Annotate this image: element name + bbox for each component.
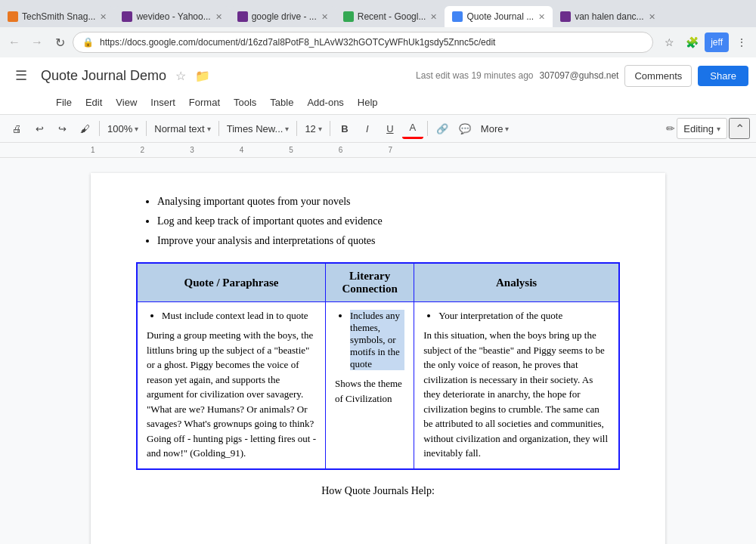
redo-button[interactable]: ↪: [51, 118, 73, 139]
toolbar-divider-4: [296, 121, 297, 136]
ruler-mark-3: 3: [190, 146, 194, 154]
menu-table[interactable]: Table: [264, 94, 299, 111]
tab-close-icon[interactable]: ✕: [538, 12, 545, 22]
cell-quote[interactable]: Must include context lead in to quote Du…: [137, 302, 326, 469]
tab-label: TechSmith Snag...: [22, 11, 95, 22]
style-value: Normal text: [154, 123, 204, 134]
tab-close-icon[interactable]: ✕: [215, 12, 222, 22]
italic-button[interactable]: I: [357, 118, 378, 139]
menu-insert[interactable]: Insert: [144, 94, 181, 111]
fontsize-select[interactable]: 12 ▾: [301, 118, 325, 139]
col-header-3: Analysis: [414, 263, 619, 302]
text-color-button[interactable]: A: [402, 118, 423, 139]
pencil-icon: ✏: [666, 122, 675, 134]
bookmark-icon[interactable]: ☆: [659, 32, 679, 52]
zoom-select[interactable]: 100% ▾: [104, 118, 142, 139]
user-chip[interactable]: jeff: [705, 32, 729, 52]
docs-header-actions: Last edit was 19 minutes ago 307097@guhs…: [416, 65, 748, 87]
lock-icon: 🔒: [82, 37, 94, 48]
comments-button[interactable]: Comments: [624, 65, 692, 87]
cell-bullet-3: Your interpretation of the quote: [423, 310, 609, 322]
cell-literary[interactable]: Includes any themes, symbols, or motifs …: [326, 302, 414, 469]
hamburger-menu-icon[interactable]: ☰: [8, 62, 35, 89]
bullet-item-2: Log and keep track of important quotes a…: [157, 215, 620, 227]
editing-mode-button[interactable]: Editing ▾: [677, 118, 727, 139]
bullet-item-1: Analysing important quotes from your nov…: [157, 196, 620, 208]
ruler-mark-6: 6: [339, 146, 343, 154]
tab-close-icon[interactable]: ✕: [649, 12, 655, 22]
tab-favicon: [452, 11, 463, 22]
tab-close-icon[interactable]: ✕: [430, 12, 437, 22]
cell-analysis[interactable]: Your interpretation of the quote In this…: [414, 302, 619, 469]
tab-close-icon[interactable]: ✕: [321, 12, 328, 22]
ruler-mark-5: 5: [289, 146, 293, 154]
quote-table: Quote / Paraphrase Literary Connection A…: [136, 262, 620, 470]
user-email[interactable]: 307097@guhsd.net: [540, 70, 619, 81]
col-header-1: Quote / Paraphrase: [137, 263, 326, 302]
font-value: Times New...: [227, 123, 284, 134]
doc-title[interactable]: Quote Journal Demo: [41, 68, 166, 84]
menu-addons[interactable]: Add-ons: [301, 94, 349, 111]
tab-techsmith[interactable]: TechSmith Snag... ✕: [0, 6, 114, 27]
docs-title-row: ☰ Quote Journal Demo ☆ 📁 Last edit was 1…: [8, 62, 748, 92]
underline-button[interactable]: U: [380, 118, 401, 139]
menu-icon[interactable]: ⋮: [732, 32, 751, 52]
docs-header: ☰ Quote Journal Demo ☆ 📁 Last edit was 1…: [0, 57, 756, 115]
content-area[interactable]: Analysing important quotes from your nov…: [0, 158, 756, 544]
cell-bullet-1: Must include context lead in to quote: [147, 310, 316, 322]
collapse-toolbar-button[interactable]: ⌃: [729, 118, 750, 139]
menu-file[interactable]: File: [50, 94, 78, 111]
tab-label: Quote Journal ...: [466, 11, 534, 22]
tab-quotejournal[interactable]: Quote Journal ... ✕: [445, 6, 553, 27]
menu-edit[interactable]: Edit: [79, 94, 108, 111]
tab-favicon: [237, 11, 248, 22]
link-button[interactable]: 🔗: [432, 118, 453, 139]
bold-button[interactable]: B: [334, 118, 355, 139]
extensions-icon[interactable]: 🧩: [682, 32, 702, 52]
paint-format-button[interactable]: 🖌: [74, 118, 95, 139]
editing-label: Editing: [683, 123, 714, 134]
fontsize-value: 12: [305, 123, 315, 134]
tab-wevideo[interactable]: wevideo - Yahoo... ✕: [114, 6, 229, 27]
menu-format[interactable]: Format: [183, 94, 226, 111]
tab-label: van halen danc...: [575, 11, 643, 22]
font-select[interactable]: Times New... ▾: [223, 118, 293, 139]
forward-button[interactable]: →: [27, 32, 47, 52]
fontsize-dropdown-icon: ▾: [318, 125, 322, 133]
menu-tools[interactable]: Tools: [228, 94, 262, 111]
tab-label: google drive - ...: [252, 11, 317, 22]
address-bar[interactable]: 🔒 https://docs.google.com/document/d/16z…: [73, 32, 653, 53]
editing-dropdown-icon: ▾: [717, 125, 720, 133]
back-button[interactable]: ←: [5, 32, 24, 52]
cell-literary-text: Shows the theme of Civilization: [335, 376, 404, 406]
tab-favicon: [8, 11, 18, 22]
undo-button[interactable]: ↩: [29, 118, 50, 139]
cell-bullet-item-3: Your interpretation of the quote: [438, 310, 609, 322]
star-icon[interactable]: ☆: [175, 69, 186, 83]
ruler-mark-2: 2: [141, 146, 145, 154]
menu-help[interactable]: Help: [352, 94, 384, 111]
toolbar-divider-3: [218, 121, 219, 136]
menu-view[interactable]: View: [110, 94, 143, 111]
user-name: jeff: [711, 37, 723, 48]
tab-close-icon[interactable]: ✕: [100, 12, 107, 22]
last-edit-text: Last edit was 19 minutes ago: [416, 70, 533, 81]
reload-button[interactable]: ↻: [50, 32, 70, 52]
comment-button[interactable]: 💬: [454, 118, 476, 139]
toolbar-divider-1: [99, 121, 100, 136]
ruler-mark-7: 7: [388, 146, 392, 154]
tab-vanhalen[interactable]: van halen danc... ✕: [553, 6, 662, 27]
nav-bar: ← → ↻ 🔒 https://docs.google.com/document…: [0, 27, 756, 57]
tab-favicon: [343, 11, 354, 22]
tab-googledrive[interactable]: google drive - ... ✕: [230, 6, 336, 27]
more-select[interactable]: More ▾: [477, 118, 513, 139]
more-dropdown-icon: ▾: [505, 125, 509, 133]
tab-recent[interactable]: Recent - Googl... ✕: [336, 6, 445, 27]
print-button[interactable]: 🖨: [6, 118, 27, 139]
folder-icon[interactable]: 📁: [195, 69, 210, 83]
font-dropdown-icon: ▾: [285, 125, 289, 133]
more-label: More: [481, 123, 503, 134]
ruler-mark-4: 4: [240, 146, 244, 154]
share-button[interactable]: Share: [698, 66, 748, 86]
style-select[interactable]: Normal text ▾: [150, 118, 214, 139]
